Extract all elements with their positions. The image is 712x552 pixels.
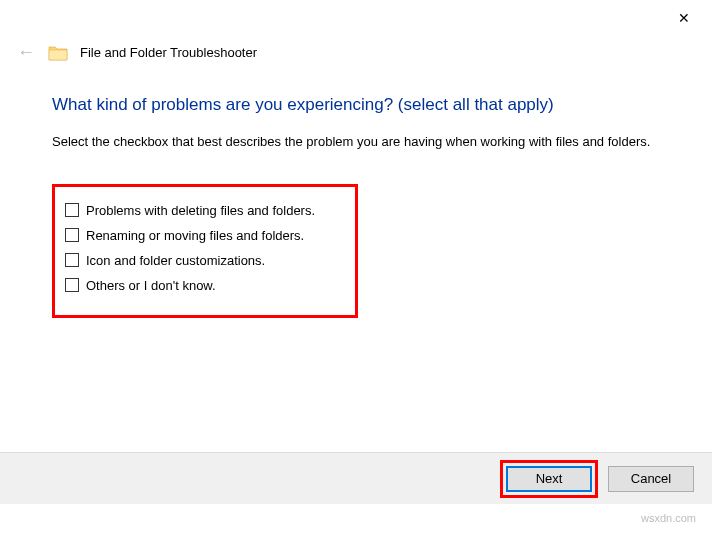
checkbox-icon[interactable]: [65, 203, 79, 217]
content-area: What kind of problems are you experienci…: [0, 67, 712, 318]
option-customizations[interactable]: Icon and folder customizations.: [65, 253, 339, 268]
close-button[interactable]: ✕: [664, 4, 704, 32]
next-highlight: Next: [500, 460, 598, 498]
cancel-button[interactable]: Cancel: [608, 466, 694, 492]
option-label: Problems with deleting files and folders…: [86, 203, 315, 218]
checkbox-icon[interactable]: [65, 278, 79, 292]
header-title: File and Folder Troubleshooter: [80, 45, 257, 60]
page-heading: What kind of problems are you experienci…: [52, 95, 668, 115]
option-others[interactable]: Others or I don't know.: [65, 278, 339, 293]
option-label: Icon and folder customizations.: [86, 253, 265, 268]
page-description: Select the checkbox that best describes …: [52, 133, 668, 152]
back-icon: ←: [16, 42, 36, 63]
option-label: Others or I don't know.: [86, 278, 216, 293]
checkbox-icon[interactable]: [65, 253, 79, 267]
titlebar: ✕: [0, 0, 712, 34]
option-deleting[interactable]: Problems with deleting files and folders…: [65, 203, 339, 218]
header: ← File and Folder Troubleshooter: [0, 34, 712, 67]
next-button[interactable]: Next: [506, 466, 592, 492]
checkbox-icon[interactable]: [65, 228, 79, 242]
watermark: wsxdn.com: [641, 512, 696, 524]
folder-icon: [48, 44, 68, 62]
options-group: Problems with deleting files and folders…: [52, 184, 358, 318]
button-bar: Next Cancel: [0, 452, 712, 504]
option-label: Renaming or moving files and folders.: [86, 228, 304, 243]
option-renaming[interactable]: Renaming or moving files and folders.: [65, 228, 339, 243]
close-icon: ✕: [678, 10, 690, 26]
